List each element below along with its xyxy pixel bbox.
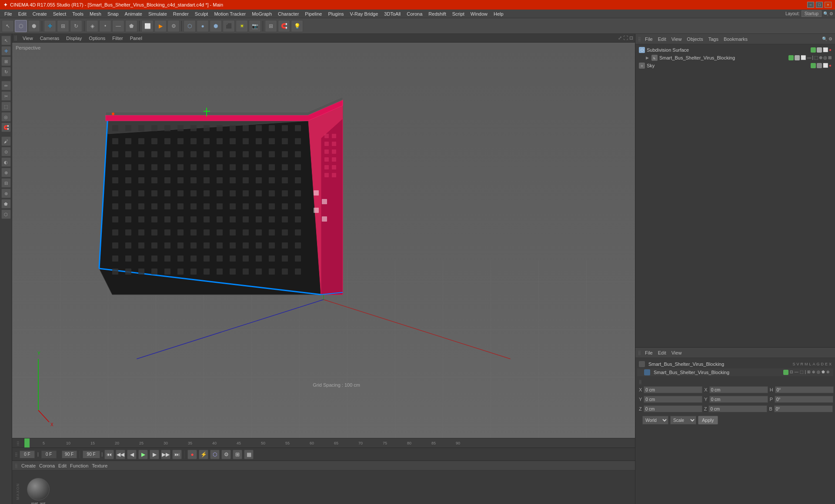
apply-button[interactable]: Apply (698, 416, 718, 424)
toolbar-rect-select[interactable]: ⬢ (28, 20, 40, 32)
objects-menu-file[interactable]: File (644, 36, 654, 42)
transport-mode[interactable]: ⊞ (233, 450, 242, 459)
menu-corona[interactable]: Corona (404, 10, 425, 17)
viewport-menu-panel[interactable]: Panel (128, 36, 144, 41)
objects-menu-view[interactable]: View (670, 36, 683, 42)
sidebar-rotate-tool[interactable]: ↻ (1, 67, 11, 76)
menu-file[interactable]: File (2, 10, 15, 17)
menu-vray[interactable]: V-Ray Bridge (347, 10, 381, 17)
menu-character[interactable]: Character (275, 10, 301, 17)
sidebar-smooth[interactable]: ◐ (1, 157, 11, 167)
attr-menu-file[interactable]: File (644, 350, 654, 355)
sidebar-layer[interactable]: ⊛ (1, 189, 11, 198)
scale-dropdown[interactable]: Scale (670, 416, 696, 424)
menu-script[interactable]: Script (450, 10, 467, 17)
menu-simulate[interactable]: Simulate (146, 10, 170, 17)
transport-prev-key[interactable]: ◀◀ (116, 450, 125, 459)
vis-dot-bus-shelter[interactable] (788, 55, 794, 60)
menu-redshift[interactable]: Redshift (426, 10, 448, 17)
sidebar-grab[interactable]: ⬡ (1, 209, 11, 219)
sidebar-cursor-tool[interactable]: ↖ (1, 36, 11, 45)
menu-tools[interactable]: Tools (70, 10, 86, 17)
bus-s-dot[interactable] (783, 370, 788, 375)
coord-b-val[interactable] (774, 405, 833, 412)
toolbar-rotate[interactable]: ↻ (70, 20, 82, 32)
objects-menu-bookmarks[interactable]: Bookmarks (722, 36, 749, 42)
sidebar-loop-cut[interactable]: ⬚ (1, 102, 11, 111)
3d-viewport[interactable]: Y X (12, 43, 635, 438)
object-item-subdivision[interactable]: ⬡ Subdivision Surface ⬜ ● (637, 46, 833, 54)
close-button[interactable]: × (825, 2, 832, 8)
transport-prev-frame[interactable]: ◀ (127, 450, 137, 459)
attr-row-bus-shelter[interactable]: Smart_Bus_Shelter_Virus_Blocking ⊡ — ⬚ |… (637, 368, 833, 376)
menu-plugins[interactable]: Plugins (325, 10, 346, 17)
transport-start-frame[interactable] (20, 451, 35, 458)
sidebar-weld[interactable]: ◎ (1, 112, 11, 122)
attr-menu-edit[interactable]: Edit (657, 350, 668, 355)
menu-pipeline[interactable]: Pipeline (302, 10, 324, 17)
sidebar-flatten[interactable]: ⊟ (1, 178, 11, 188)
mat-menu-function[interactable]: Function (70, 463, 88, 468)
mat-menu-edit[interactable]: Edit (58, 463, 67, 468)
toolbar-snapping[interactable]: 🧲 (278, 20, 290, 32)
objects-menu-tags[interactable]: Tags (707, 36, 720, 42)
toolbar-edge[interactable]: — (112, 20, 124, 32)
menu-animate[interactable]: Animate (122, 10, 145, 17)
coord-z-pos[interactable] (644, 405, 702, 412)
sidebar-sculpt[interactable]: ⊙ (1, 147, 11, 156)
viewport-menu-cameras[interactable]: Cameras (38, 36, 61, 41)
coord-h-val[interactable] (775, 386, 834, 393)
render-dot-subdivision[interactable] (817, 47, 822, 53)
minimize-button[interactable]: − (807, 2, 814, 8)
mat-menu-corona[interactable]: Corona (39, 463, 55, 468)
menu-render[interactable]: Render (170, 10, 191, 17)
toolbar-live-select[interactable]: ⬡ (15, 20, 27, 32)
transport-play[interactable]: ▶ (138, 450, 148, 459)
transport-end-frame[interactable] (62, 451, 77, 458)
sidebar-paint[interactable]: 🖌 (1, 136, 11, 146)
menu-motion-tracker[interactable]: Motion Tracker (211, 10, 248, 17)
object-item-sky[interactable]: ○ Sky ⬜ ● (637, 62, 833, 70)
timeline-area[interactable]: ⣿ 5 10 15 20 25 30 35 40 45 50 55 60 (12, 438, 635, 448)
vis-dot-subdivision[interactable] (811, 47, 816, 53)
object-item-bus-shelter[interactable]: ▶ L Smart_Bus_Shelter_Virus_Blocking ⬜ —… (637, 54, 833, 62)
viewport-menu-filter[interactable]: Filter (110, 36, 124, 41)
attr-menu-view[interactable]: View (670, 350, 683, 355)
menu-window[interactable]: Window (468, 10, 490, 17)
toolbar-move[interactable]: ✛ (44, 20, 56, 32)
menu-select[interactable]: Select (50, 10, 69, 17)
toolbar-scale[interactable]: ⊞ (57, 20, 69, 32)
transport-fps[interactable] (83, 451, 100, 458)
coord-p-val[interactable] (775, 396, 833, 403)
toolbar-add-camera[interactable]: 📷 (249, 20, 261, 32)
transport-current-frame[interactable] (41, 451, 57, 458)
material-sphere[interactable] (27, 478, 50, 501)
toolbar-add-plane[interactable]: ⬛ (223, 20, 235, 32)
coord-y-scale[interactable] (709, 396, 768, 403)
objects-menu-edit[interactable]: Edit (657, 36, 668, 42)
transport-play-mode[interactable]: ▦ (244, 450, 254, 459)
toolbar-render-region[interactable]: ⬜ (141, 20, 154, 32)
toolbar-light-icon[interactable]: 💡 (291, 20, 303, 32)
coord-x-pos[interactable] (644, 386, 702, 393)
menu-edit[interactable]: Edit (16, 10, 29, 17)
render-dot-sky[interactable] (817, 63, 822, 68)
mat-menu-texture[interactable]: Texture (92, 463, 107, 468)
menu-help[interactable]: Help (491, 10, 506, 17)
expand-icon-bus-shelter[interactable]: ▶ (646, 56, 649, 60)
transport-key-all[interactable]: ⬡ (210, 450, 220, 459)
toolbar-add-cylinder[interactable]: ⬢ (210, 20, 222, 32)
mat-menu-create[interactable]: Create (21, 463, 36, 468)
toolbar-add-light[interactable]: ☀ (236, 20, 248, 32)
world-dropdown[interactable]: World Object Local (642, 416, 668, 424)
sidebar-scale-tool[interactable]: ⊞ (1, 56, 11, 66)
transport-go-start[interactable]: ⏮ (104, 450, 114, 459)
transport-settings[interactable]: ⚙ (221, 450, 231, 459)
toolbar-cursor[interactable]: ↖ (2, 20, 14, 32)
layout-current[interactable]: Startup (802, 10, 822, 17)
coord-x-scale[interactable] (709, 386, 768, 393)
sidebar-inflate[interactable]: ⊕ (1, 168, 11, 177)
toolbar-add-cube[interactable]: ⬡ (184, 20, 196, 32)
menu-mograph[interactable]: MoGraph (249, 10, 274, 17)
coord-y-pos[interactable] (644, 396, 702, 403)
